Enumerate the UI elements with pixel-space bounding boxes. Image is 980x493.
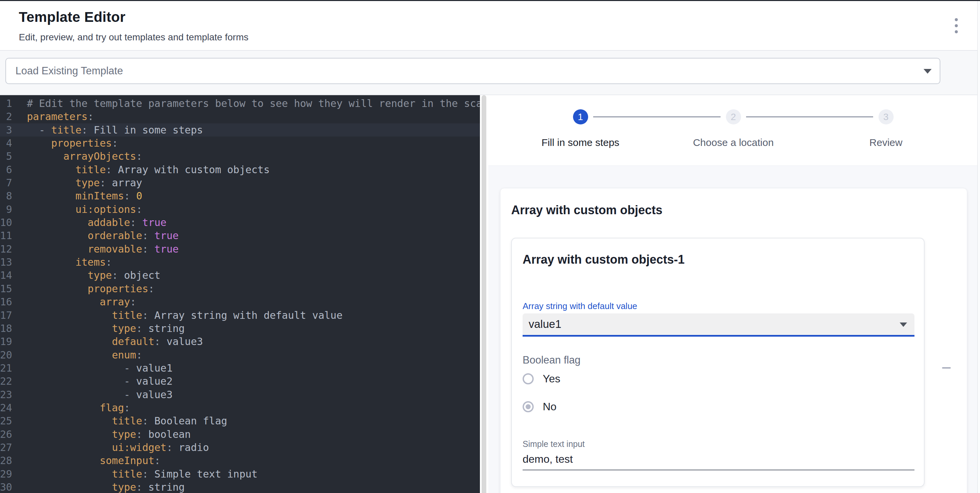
- code-line-6: 6 title: Array with custom objects: [0, 163, 480, 176]
- token-val: value1: [136, 362, 172, 374]
- stepper: 1Fill in some steps2Choose a location3Re…: [488, 95, 977, 166]
- token-pun: :: [124, 402, 130, 414]
- token-key: properties: [88, 283, 148, 295]
- token-bool: true: [142, 217, 166, 228]
- code-line-22: 22 - value2: [0, 375, 480, 388]
- radio-group-label: Boolean flag: [523, 354, 581, 366]
- remove-item-button[interactable]: [938, 360, 955, 376]
- token-pun: [27, 177, 76, 189]
- token-key: array: [100, 296, 130, 308]
- token-pun: [27, 415, 112, 427]
- load-template-placeholder: Load Existing Template: [16, 59, 123, 83]
- token-val: value2: [136, 375, 172, 387]
- kebab-menu-icon[interactable]: [947, 15, 966, 36]
- array-item-title: Array with custom objects-1: [523, 252, 684, 267]
- code-line-17: 17 title: Array string with default valu…: [0, 309, 480, 322]
- line-number: 4: [0, 137, 12, 150]
- stepper-circle-2[interactable]: 2: [726, 109, 741, 124]
- code-line-25: 25 title: Boolean flag: [0, 414, 480, 428]
- line-number: 14: [0, 269, 12, 282]
- token-pun: :: [130, 217, 142, 228]
- line-number: 27: [0, 441, 12, 454]
- kebab-dot: [955, 24, 958, 27]
- token-pun: :: [130, 296, 136, 308]
- code-text: - value3: [12, 388, 172, 401]
- radio-circle-icon: [523, 373, 534, 385]
- token-pun: [27, 190, 76, 202]
- line-number: 8: [0, 189, 12, 203]
- page-title: Template Editor: [19, 9, 126, 25]
- code-line-26: 26 type: boolean: [0, 428, 480, 441]
- token-pun: :: [82, 124, 94, 136]
- token-pun: :: [136, 322, 148, 334]
- token-key: properties: [51, 137, 112, 149]
- code-line-24: 24 flag:: [0, 401, 480, 414]
- code-line-11: 11 orderable: true: [0, 229, 480, 242]
- token-key: someInput: [100, 455, 154, 466]
- stepper-label-3: Review: [819, 137, 953, 148]
- token-val: value3: [136, 389, 172, 400]
- token-bool: true: [154, 230, 178, 241]
- form-section-title: Array with custom objects: [511, 203, 662, 217]
- code-line-14: 14 type: object: [0, 269, 480, 282]
- main-split-area: 1# Edit the template parameters below to…: [0, 95, 980, 493]
- token-val: boolean: [148, 428, 191, 440]
- token-pun: :: [112, 270, 124, 281]
- token-pun: -: [27, 124, 51, 136]
- line-number: 28: [0, 454, 12, 467]
- code-line-1: 1# Edit the template parameters below to…: [0, 97, 480, 110]
- page-scrollbar[interactable]: [977, 1, 980, 493]
- select-value: value1: [529, 313, 561, 335]
- line-number: 1: [0, 97, 12, 110]
- code-text: - title: Fill in some steps: [12, 123, 203, 137]
- token-key: type: [88, 270, 112, 281]
- token-pun: [27, 270, 88, 281]
- code-line-5: 5 arrayObjects:: [0, 150, 480, 163]
- radio-option-yes[interactable]: Yes: [523, 371, 560, 386]
- code-line-4: 4 properties:: [0, 137, 480, 150]
- stepper-circle-3[interactable]: 3: [878, 109, 894, 124]
- code-text: array:: [12, 295, 136, 308]
- array-string-select[interactable]: value1: [523, 313, 915, 337]
- token-pun: [27, 243, 88, 255]
- code-text: addable: true: [12, 216, 166, 229]
- token-key: default: [112, 336, 154, 348]
- load-existing-template-select[interactable]: Load Existing Template: [5, 58, 940, 84]
- code-text: orderable: true: [12, 229, 179, 242]
- stepper-label-1: Fill in some steps: [513, 137, 648, 148]
- token-key: arrayObjects: [63, 150, 136, 162]
- token-val: Simple text input: [154, 468, 258, 480]
- line-number: 23: [0, 388, 12, 401]
- kebab-dot: [955, 18, 958, 21]
- line-number: 6: [0, 163, 12, 176]
- line-number: 18: [0, 322, 12, 335]
- line-number: 21: [0, 362, 12, 375]
- token-key: minItems: [76, 190, 124, 202]
- token-pun: [27, 164, 76, 176]
- code-text: properties:: [12, 282, 154, 295]
- code-text: type: object: [12, 269, 160, 282]
- editor-scrollbar-splitter[interactable]: [482, 95, 486, 493]
- token-pun: [27, 455, 100, 466]
- code-line-13: 13 items:: [0, 255, 480, 269]
- stepper-label-2: Choose a location: [666, 137, 800, 148]
- token-pun: :: [136, 428, 148, 440]
- code-text: title: Array string with default value: [12, 309, 342, 322]
- line-number: 25: [0, 414, 12, 428]
- line-number: 19: [0, 335, 12, 348]
- code-text: ui:options:: [12, 203, 142, 216]
- select-field-label: Array string with default value: [523, 301, 637, 311]
- window-edge-strip: [0, 0, 980, 1]
- code-editor[interactable]: 1# Edit the template parameters below to…: [0, 95, 480, 493]
- radio-option-no[interactable]: No: [523, 399, 557, 414]
- code-line-15: 15 properties:: [0, 282, 480, 295]
- token-pun: [27, 349, 112, 361]
- token-key: title: [112, 415, 142, 427]
- token-com: # Edit the template parameters below to …: [27, 97, 480, 109]
- token-val: Fill in some steps: [94, 124, 203, 136]
- line-number: 26: [0, 428, 12, 441]
- stepper-circle-1[interactable]: 1: [573, 109, 588, 124]
- token-val: radio: [179, 442, 209, 453]
- token-pun: [27, 481, 112, 493]
- text-field-value[interactable]: demo, test: [523, 453, 573, 466]
